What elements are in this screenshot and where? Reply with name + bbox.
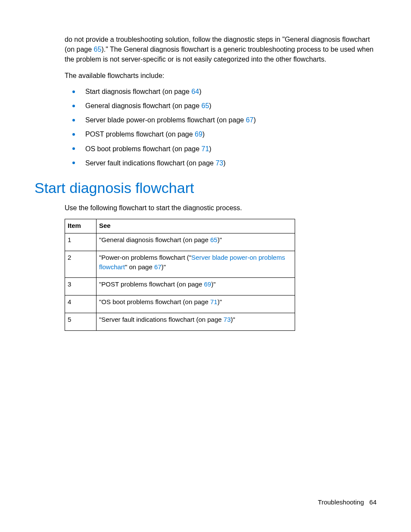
footer-section: Troubleshooting	[318, 498, 364, 506]
section-body: Use the following flowchart to start the…	[65, 203, 377, 330]
page-link[interactable]: 71	[210, 298, 218, 305]
table-header-row: Item See	[65, 219, 295, 233]
table-cell-item: 5	[65, 313, 97, 330]
list-item-text: )	[209, 102, 211, 109]
table-header-item: Item	[65, 219, 97, 233]
table-cell-item: 1	[65, 233, 97, 251]
page-link[interactable]: 73	[224, 316, 231, 323]
list-item: POST problems flowchart (on page 69)	[65, 129, 377, 139]
table-cell-text: )"	[231, 316, 235, 323]
table-cell-text: "General diagnosis flowchart (on page	[99, 236, 210, 243]
flowchart-list: Start diagnosis flowchart (on page 64)Ge…	[65, 87, 377, 168]
intro-block: do not provide a troubleshooting solutio…	[65, 34, 377, 168]
list-item: OS boot problems flowchart (on page 71)	[65, 144, 377, 154]
table-row: 3"POST problems flowchart (on page 69)"	[65, 278, 295, 296]
page-link[interactable]: 64	[191, 88, 199, 95]
page-link[interactable]: 69	[195, 131, 202, 138]
table-cell-item: 3	[65, 278, 97, 296]
page-link[interactable]: 69	[204, 280, 212, 288]
list-item-text: OS boot problems flowchart (on page	[85, 145, 201, 152]
page-link[interactable]: 71	[201, 145, 209, 152]
table-cell-text: "Server fault indications flowchart (on …	[99, 316, 224, 323]
page-link[interactable]: 73	[215, 159, 223, 167]
table-cell-text: )"	[162, 263, 166, 271]
page-link[interactable]: 65	[210, 236, 218, 243]
table-cell-see: "Power-on problems flowchart ("Server bl…	[97, 251, 295, 278]
list-item-text: Start diagnosis flowchart (on page	[85, 88, 191, 95]
list-item: General diagnosis flowchart (on page 65)	[65, 101, 377, 111]
intro-paragraph: do not provide a troubleshooting solutio…	[65, 34, 377, 65]
table-cell-text: "Power-on problems flowchart ("	[99, 254, 191, 261]
table-row: 4"OS boot problems flowchart (on page 71…	[65, 296, 295, 313]
section-heading: Start diagnosis flowchart	[34, 177, 377, 199]
page-link[interactable]: 67	[246, 116, 254, 124]
table-cell-see: "OS boot problems flowchart (on page 71)…	[97, 296, 295, 313]
page-link[interactable]: 67	[154, 263, 162, 271]
list-item: Server blade power-on problems flowchart…	[65, 115, 377, 125]
table-cell-see: "POST problems flowchart (on page 69)"	[97, 278, 295, 296]
list-item-text: General diagnosis flowchart (on page	[85, 102, 202, 109]
table-cell-text: )"	[211, 280, 215, 288]
section-subtext: Use the following flowchart to start the…	[65, 203, 377, 213]
table-cell-text: "POST problems flowchart (on page	[99, 280, 204, 288]
list-item-text: POST problems flowchart (on page	[85, 131, 195, 138]
list-item-text: Server fault indications flowchart (on p…	[85, 159, 215, 167]
reference-table: Item See 1"General diagnosis flowchart (…	[65, 219, 295, 330]
intro-text-b: )." The General diagnosis flowchart is a…	[65, 46, 374, 63]
page-content: do not provide a troubleshooting solutio…	[0, 0, 411, 331]
list-item-text: )	[253, 116, 255, 124]
page-link[interactable]: 65	[202, 102, 209, 109]
list-item-text: Server blade power-on problems flowchart…	[85, 116, 246, 124]
page-link[interactable]: 65	[94, 46, 102, 53]
page-footer: Troubleshooting 64	[318, 498, 377, 507]
table-row: 1"General diagnosis flowchart (on page 6…	[65, 233, 295, 251]
list-item-text: )	[209, 145, 211, 152]
table-cell-text: )"	[218, 236, 222, 243]
table-cell-item: 4	[65, 296, 97, 313]
table-cell-see: "General diagnosis flowchart (on page 65…	[97, 233, 295, 251]
list-item: Start diagnosis flowchart (on page 64)	[65, 87, 377, 96]
table-cell-text: " on page	[125, 263, 154, 271]
table-header-see: See	[97, 219, 295, 233]
list-item-text: )	[199, 88, 201, 95]
table-row: 2"Power-on problems flowchart ("Server b…	[65, 251, 295, 278]
table-row: 5"Server fault indications flowchart (on…	[65, 313, 295, 330]
list-item: Server fault indications flowchart (on p…	[65, 158, 377, 168]
table-cell-text: )"	[218, 298, 222, 305]
list-item-text: )	[223, 159, 225, 167]
footer-page-number: 64	[369, 498, 377, 506]
table-cell-text: "OS boot problems flowchart (on page	[99, 298, 210, 305]
intro-list-lead: The available flowcharts include:	[65, 71, 377, 81]
list-item-text: )	[202, 131, 205, 138]
table-cell-item: 2	[65, 251, 97, 278]
table-cell-see: "Server fault indications flowchart (on …	[97, 313, 295, 330]
